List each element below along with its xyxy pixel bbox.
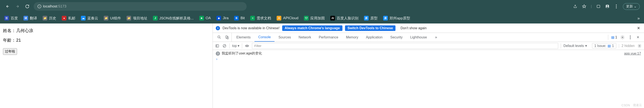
bookmark-icon: 📁	[104, 16, 108, 21]
bookmark-label: 需求文档	[256, 16, 271, 21]
devtools-tab-network[interactable]: Network	[295, 33, 315, 42]
bookmark-item[interactable]: BBit	[234, 16, 245, 21]
bookmark-item[interactable]: ◆Jira	[216, 16, 228, 21]
update-button[interactable]: 更新 ⌄	[623, 3, 640, 10]
new-year-button[interactable]: 过年啦	[3, 48, 17, 55]
back-button[interactable]	[4, 3, 11, 10]
page-content: 姓名：几何心凉 年龄：21 过年啦	[0, 24, 212, 108]
always-match-button[interactable]: Always match Chrome's language	[282, 25, 342, 31]
svg-point-10	[630, 35, 630, 36]
watermark-csdn: CSDN	[622, 103, 630, 107]
profile-icon[interactable]	[605, 4, 610, 9]
log-levels-select[interactable]: Default levels▾	[561, 43, 590, 48]
message-count: 1	[615, 35, 617, 39]
inspect-icon[interactable]	[217, 35, 222, 40]
svg-point-4	[616, 6, 617, 7]
dont-show-button[interactable]: Don't show again	[398, 25, 429, 31]
chevron-down-icon: ▾	[238, 44, 239, 48]
bookmark-item[interactable]: ≡需求文档	[250, 16, 271, 21]
console-filter-input[interactable]: Filter	[252, 43, 558, 49]
bookmark-item[interactable]: 原郑州app原型	[383, 16, 410, 21]
reload-button[interactable]	[24, 3, 31, 10]
bookmark-icon: 原	[383, 16, 388, 21]
bookmark-label: UI组件	[110, 16, 121, 21]
bookmark-icon: AI	[330, 16, 335, 21]
panel-icon[interactable]	[596, 4, 601, 9]
switch-language-button[interactable]: Switch DevTools to Chinese	[345, 25, 396, 31]
address-bar[interactable]: i localhost:5173	[34, 2, 246, 11]
tabs-overflow-icon[interactable]: »	[434, 35, 438, 40]
bookmark-icon: 📁	[42, 16, 47, 21]
devtools-tab-security[interactable]: Security	[386, 33, 406, 42]
bookmark-icon: ●	[62, 16, 66, 21]
bookmark-item[interactable]: JJSON在线解析及格...	[153, 16, 194, 21]
bookmark-item[interactable]: 📁历史	[42, 16, 56, 21]
bookmark-icon: 百	[4, 16, 9, 21]
bookmark-item[interactable]: 译翻译	[24, 16, 37, 21]
watermark-yisu: 億速云	[633, 103, 642, 107]
watermark: CSDN 億速云	[622, 103, 642, 107]
log-message: 我监听到了user.age的变化	[222, 51, 262, 56]
bookmark-item[interactable]: 百百度	[4, 16, 18, 21]
console-settings-gear-icon[interactable]	[637, 44, 642, 48]
devtools-panel: i DevTools is now available in Chinese! …	[212, 24, 644, 108]
devtools-infobar: i DevTools is now available in Chinese! …	[213, 24, 644, 33]
devtools-tab-performance[interactable]: Performance	[315, 33, 342, 42]
issues-label: 1 Issue:	[594, 44, 606, 48]
forward-button[interactable]	[14, 3, 21, 10]
age-value: 21	[16, 38, 21, 43]
toolbar-right: | 更新 ⌄	[573, 3, 640, 10]
bookmark-icon: 译	[24, 16, 28, 21]
log-source-link[interactable]: app.vue:17	[624, 52, 641, 55]
bookmark-item[interactable]: 📁项目地址	[126, 16, 147, 21]
execution-context-select[interactable]: top▾	[229, 43, 242, 48]
bookmark-item[interactable]: 📁UI组件	[104, 16, 121, 21]
bookmark-item[interactable]: ●私邮	[62, 16, 76, 21]
console-output: 3 我监听到了user.age的变化 app.vue:17 › CSDN 億速云	[213, 50, 644, 108]
chevron-down-icon: ▾	[585, 44, 587, 48]
clear-console-icon[interactable]	[222, 44, 227, 48]
bookmark-label: Jira	[223, 16, 228, 20]
name-value: 几何心凉	[16, 28, 33, 33]
svg-point-9	[622, 37, 623, 38]
bookmark-icon: 📁	[126, 16, 131, 21]
devtools-tab-memory[interactable]: Memory	[342, 33, 362, 42]
console-prompt[interactable]: ›	[213, 57, 644, 61]
devtools-close-icon[interactable]: ✕	[636, 35, 640, 40]
hidden-messages-label[interactable]: 2 hidden	[619, 44, 635, 48]
menu-icon[interactable]	[614, 4, 619, 9]
bookmark-item[interactable]: AI百度人脸识别	[330, 16, 358, 21]
bookmark-item[interactable]: ★OA	[199, 16, 211, 21]
infobar-message: DevTools is now available in Chinese!	[222, 26, 280, 30]
devtools-tab-console[interactable]: Console	[254, 33, 275, 42]
bookmarks-overflow[interactable]: »	[638, 16, 640, 21]
console-sidebar-toggle-icon[interactable]	[215, 44, 220, 48]
bookmark-item[interactable]: 🛡应用加固	[304, 16, 325, 21]
bookmark-item[interactable]: AAPICloud	[277, 16, 298, 21]
live-expression-icon[interactable]	[245, 44, 250, 48]
bookmark-item[interactable]: 原原型	[364, 16, 378, 21]
issues-badge[interactable]: ▤ 1	[608, 35, 617, 40]
issues-button[interactable]: 1 Issue: ▤ 1	[592, 43, 616, 48]
name-label: 姓名：	[3, 28, 16, 34]
bookmark-label: 私邮	[68, 16, 76, 21]
site-info-icon[interactable]: i	[38, 5, 41, 8]
devtools-menu-icon[interactable]	[628, 35, 632, 40]
console-log-line[interactable]: 3 我监听到了user.age的变化 app.vue:17	[213, 50, 644, 57]
devtools-tab-lighthouse[interactable]: Lighthouse	[406, 33, 430, 42]
share-icon[interactable]	[573, 4, 578, 9]
svg-point-5	[616, 8, 617, 8]
devtools-tab-elements[interactable]: Elements	[232, 33, 254, 42]
device-toggle-icon[interactable]	[225, 35, 229, 40]
infobar-close-icon[interactable]: ✕	[636, 25, 641, 31]
log-count-badge: 3	[216, 51, 220, 56]
svg-rect-0	[597, 5, 600, 8]
settings-gear-icon[interactable]	[620, 35, 625, 40]
bookmark-icon: 🛡	[304, 16, 308, 21]
devtools-tab-application[interactable]: Application	[362, 33, 386, 42]
issues-count: 1	[612, 44, 614, 48]
bookmark-label: 翻译	[30, 16, 37, 21]
devtools-tab-sources[interactable]: Sources	[274, 33, 295, 42]
bookmark-item[interactable]: ☁蓝奏云	[81, 16, 98, 21]
bookmark-star-icon[interactable]	[582, 4, 586, 9]
